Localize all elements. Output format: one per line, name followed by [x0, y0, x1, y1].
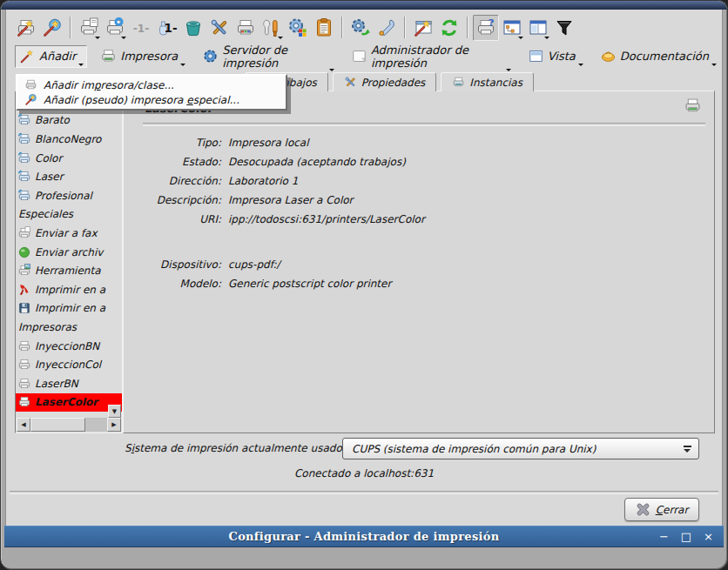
scrollbar-down-button[interactable]: ▼: [108, 405, 121, 418]
printer-list-item-imprimir-en-a[interactable]: Imprimir en a: [16, 280, 122, 299]
printer-list-item-inyeccionbn[interactable]: InyeccionBN: [16, 337, 122, 356]
restart-server-button[interactable]: [347, 15, 374, 41]
close-button[interactable]: Cerrar: [624, 498, 699, 521]
info-value: Impresora local: [228, 137, 309, 149]
menu-item-a-adir-impresora-clase-[interactable]: Añadir impresora/clase...: [17, 77, 286, 92]
printer-list-item-enviar-a-fax[interactable]: Enviar a fax: [16, 224, 122, 243]
combo-dropdown-button[interactable]: [676, 439, 698, 459]
tab-instancias[interactable]: Instancias: [441, 72, 534, 91]
close-x-icon: [636, 502, 650, 517]
scroll-right-button[interactable]: ▶: [107, 418, 121, 432]
printer-item-label: Barato: [35, 114, 70, 126]
info-row: Modelo:Generic postscript color printer: [124, 274, 705, 293]
scroll-right-icon: ▶: [111, 421, 116, 428]
info-value: Impresora Laser a Color: [228, 194, 354, 206]
start-printer-button[interactable]: [102, 15, 128, 41]
remove-local-default-button[interactable]: -1-: [128, 15, 154, 41]
printer-strip-icon: [235, 17, 256, 38]
print-system-combobox[interactable]: CUPS (sistema de impresión común para Un…: [342, 438, 699, 459]
printer-information-button[interactable]: ?: [473, 15, 499, 41]
funnel-icon: [554, 17, 575, 38]
set-local-default-button[interactable]: 1-: [154, 15, 180, 41]
filter-button[interactable]: [551, 15, 577, 41]
configure-server-button[interactable]: [374, 15, 400, 41]
scrollbar-track[interactable]: [30, 418, 107, 432]
printer-small-icon: [17, 377, 31, 391]
menu-a-adir[interactable]: Añadir: [15, 45, 87, 68]
window-titlebar[interactable]: Configurar - Administrador de impresión …: [4, 526, 724, 547]
printer-list-item-blanconegro[interactable]: BlancoNegro: [16, 130, 122, 149]
window-controls: −□×: [659, 526, 713, 547]
printer-list-item-lasercolor[interactable]: LaserColor: [16, 393, 122, 412]
info-label: Estado:: [124, 156, 228, 168]
menubar: AñadirImpresoraServidor de impresiónAdmi…: [8, 44, 720, 69]
menu-administrador-de-impresi-n[interactable]: Administrador de impresión: [347, 41, 515, 73]
class-printer-icon: [17, 189, 31, 203]
toolbar-separator: [70, 17, 71, 38]
add-menu-popup: Añadir impresora/clase...Añadir (pseudo)…: [16, 74, 287, 111]
printer-list-item-inyeccioncol[interactable]: InyeccionCol: [16, 355, 122, 374]
window-title: Configurar - Administrador de impresión: [229, 530, 500, 543]
one-flask-icon: 1-: [157, 17, 178, 38]
menu-item-label: Añadir: [39, 50, 76, 63]
printer-list-item-profesional[interactable]: Profesional: [16, 186, 122, 205]
printer-list-item-herramienta[interactable]: Herramienta: [16, 261, 122, 280]
menu-servidor-de-impresi-n[interactable]: Servidor de impresión: [198, 41, 338, 73]
add-printer-wizard-button[interactable]: [13, 15, 39, 41]
window-wand-icon: [413, 17, 434, 38]
configure-printer-button[interactable]: [206, 15, 233, 41]
refresh-view-button[interactable]: [436, 15, 462, 41]
maximize-button[interactable]: □: [681, 531, 691, 542]
doc-gold-icon: [600, 48, 617, 64]
list-group-header: Impresoras: [16, 318, 122, 337]
close-button-label: Cerrar: [656, 504, 689, 516]
enable-printer-button[interactable]: [76, 15, 102, 41]
printer-list: BaratoBlancoNegroColorLaserProfesionalEs…: [15, 91, 123, 433]
view-columns-button[interactable]: [525, 15, 551, 41]
printer-list-item-barato[interactable]: Barato: [16, 111, 122, 131]
printer-ring-icon: [104, 17, 125, 38]
printer-maintenance-button[interactable]: [259, 15, 285, 41]
driver-settings-button[interactable]: [285, 15, 311, 41]
wrench-blue-icon: [376, 17, 397, 38]
scroll-left-button[interactable]: ◀: [17, 418, 30, 432]
window-content: -1-1-? AñadirImpresoraServidor de impres…: [5, 10, 723, 527]
print-wizard-button[interactable]: [410, 15, 436, 41]
menu-item-label: Añadir impresora/clase...: [44, 79, 174, 91]
horizontal-scrollbar[interactable]: ◀ ▶: [17, 418, 121, 432]
dropdown-arrow-icon: [78, 64, 84, 66]
scroll-left-icon: ◀: [21, 421, 25, 428]
info-row: Descripción:Impresora Laser a Color: [124, 191, 705, 210]
toolbar-separator: [341, 17, 343, 38]
printer-menu-icon: [100, 48, 117, 64]
add-special-printer-button[interactable]: [39, 15, 65, 41]
menu-vista[interactable]: Vista: [523, 45, 587, 68]
printer-list-item-enviar-archiv[interactable]: Enviar archiv: [16, 243, 122, 262]
menu-item-a-adir-pseudo-impresora-especi[interactable]: Añadir (pseudo) impresora especial...: [17, 92, 286, 107]
menu-documentaci-n[interactable]: Documentación: [596, 45, 720, 68]
menu-impresora[interactable]: Impresora: [96, 45, 189, 68]
printer-list-item-imprimir-en-a[interactable]: Imprimir en a: [16, 299, 122, 319]
printer-list-item-laser[interactable]: Laser: [16, 167, 122, 186]
info-row: URI:ipp://todoscsi:631/printers/LaserCol…: [124, 210, 705, 229]
printer-icon: [684, 97, 702, 115]
view-tree-button[interactable]: [499, 15, 525, 41]
connection-status: Conectado a localhost:631: [6, 467, 722, 479]
print-system-value: CUPS (sistema de impresión común para Un…: [343, 443, 676, 455]
print-test-page-button[interactable]: [233, 15, 259, 41]
tab-propiedades[interactable]: Propiedades: [333, 72, 437, 91]
toolbar: -1-1-?: [8, 10, 720, 44]
close-button[interactable]: ×: [704, 531, 713, 542]
screen: -1-1-? AñadirImpresoraServidor de impres…: [0, 0, 728, 570]
scroll-down-icon: ▼: [112, 408, 117, 415]
tab-label: Propiedades: [361, 77, 426, 89]
toolbar-separator: [467, 17, 468, 38]
printer-list-item-laserbn[interactable]: LaserBN: [16, 374, 122, 393]
minimize-button[interactable]: −: [659, 531, 669, 542]
print-report-button[interactable]: [311, 15, 337, 41]
remove-printer-button[interactable]: [180, 15, 206, 41]
pdf-icon: [17, 283, 31, 297]
scrollbar-thumb[interactable]: [30, 418, 85, 432]
divider: [143, 123, 705, 126]
printer-list-item-color[interactable]: Color: [16, 149, 122, 168]
